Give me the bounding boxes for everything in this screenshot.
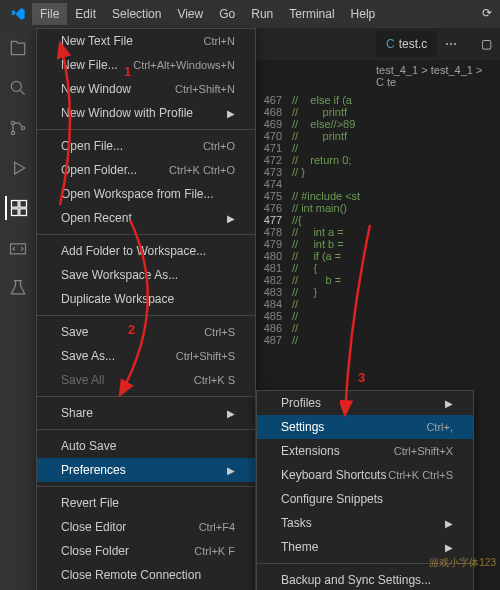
overflow-icon[interactable]: ⋯ <box>445 37 457 51</box>
remote-icon[interactable] <box>6 236 30 260</box>
vscode-logo-icon <box>10 6 26 22</box>
preferences-menu-item[interactable]: SettingsCtrl+, <box>257 415 473 439</box>
file-menu-item[interactable]: Close Remote Connection <box>37 563 255 587</box>
menu-file[interactable]: File <box>32 3 67 25</box>
preferences-menu-item[interactable]: Profiles▶ <box>257 391 473 415</box>
file-menu-item[interactable]: New File...Ctrl+Alt+Windows+N <box>37 53 255 77</box>
file-menu-item[interactable]: Duplicate Workspace <box>37 287 255 311</box>
menubar: File Edit Selection View Go Run Terminal… <box>0 0 500 28</box>
breadcrumb[interactable]: test_4_1 > test_4_1 > C te <box>256 60 500 92</box>
file-menu-item[interactable]: Share▶ <box>37 401 255 425</box>
svg-rect-5 <box>20 201 27 208</box>
extensions-icon[interactable] <box>5 196 29 220</box>
file-menu-item[interactable]: Save As...Ctrl+Shift+S <box>37 344 255 368</box>
search-icon[interactable] <box>6 76 30 100</box>
file-menu-dropdown: New Text FileCtrl+NNew File...Ctrl+Alt+W… <box>36 28 256 590</box>
editor-area: Ctest.c ⋯ ▢ test_4_1 > test_4_1 > C te 4… <box>256 28 500 348</box>
menu-help[interactable]: Help <box>343 3 384 25</box>
testing-icon[interactable] <box>6 276 30 300</box>
preferences-menu-item[interactable]: Configure Snippets <box>257 487 473 511</box>
file-menu-item[interactable]: Add Folder to Workspace... <box>37 239 255 263</box>
file-menu-item[interactable]: Close EditorCtrl+F4 <box>37 515 255 539</box>
svg-rect-4 <box>12 201 19 208</box>
file-menu-item[interactable]: Open Workspace from File... <box>37 182 255 206</box>
file-menu-item[interactable]: Save Workspace As... <box>37 263 255 287</box>
preferences-menu-item[interactable]: Tasks▶ <box>257 511 473 535</box>
file-menu-item: Save AllCtrl+K S <box>37 368 255 392</box>
menu-edit[interactable]: Edit <box>67 3 104 25</box>
file-menu-item[interactable]: Open Folder...Ctrl+K Ctrl+O <box>37 158 255 182</box>
annotation-1: 1 <box>124 64 131 79</box>
file-menu-item[interactable]: Preferences▶ <box>37 458 255 482</box>
editor-tabs: Ctest.c ⋯ ▢ <box>256 28 500 60</box>
menu-go[interactable]: Go <box>211 3 243 25</box>
file-menu-item[interactable]: Open Recent▶ <box>37 206 255 230</box>
menu-run[interactable]: Run <box>243 3 281 25</box>
file-menu-item[interactable]: New Window with Profile▶ <box>37 101 255 125</box>
file-menu-item[interactable]: Close FolderCtrl+K F <box>37 539 255 563</box>
annotation-3: 3 <box>358 370 365 385</box>
refresh-icon[interactable]: ⟳ <box>482 6 492 20</box>
svg-point-2 <box>11 131 14 134</box>
explorer-icon[interactable] <box>6 36 30 60</box>
file-menu-item[interactable]: New WindowCtrl+Shift+N <box>37 77 255 101</box>
title-actions: ⟳ <box>482 6 492 20</box>
file-menu-item[interactable]: SaveCtrl+S <box>37 320 255 344</box>
svg-rect-7 <box>20 209 27 216</box>
menu-selection[interactable]: Selection <box>104 3 169 25</box>
source-control-icon[interactable] <box>6 116 30 140</box>
activity-bar <box>0 28 36 590</box>
file-menu-item[interactable]: Open File...Ctrl+O <box>37 134 255 158</box>
debug-icon[interactable] <box>6 156 30 180</box>
watermark: 游戏小字体123 <box>429 556 496 570</box>
svg-point-1 <box>11 121 14 124</box>
file-menu-item[interactable]: Revert File <box>37 491 255 515</box>
svg-rect-6 <box>12 209 19 216</box>
code-editor[interactable]: 467// else if (a468// printf469// else//… <box>256 92 500 348</box>
svg-point-3 <box>21 126 24 129</box>
tab-test-c[interactable]: Ctest.c <box>376 31 437 57</box>
annotation-2: 2 <box>128 322 135 337</box>
menu-view[interactable]: View <box>169 3 211 25</box>
file-menu-item[interactable]: Auto Save <box>37 434 255 458</box>
svg-point-0 <box>11 81 21 91</box>
menu-terminal[interactable]: Terminal <box>281 3 342 25</box>
split-icon[interactable]: ▢ <box>481 37 492 51</box>
preferences-menu-item[interactable]: Backup and Sync Settings... <box>257 568 473 590</box>
preferences-menu-item[interactable]: Keyboard ShortcutsCtrl+K Ctrl+S <box>257 463 473 487</box>
file-menu-item[interactable]: New Text FileCtrl+N <box>37 29 255 53</box>
preferences-menu-item[interactable]: ExtensionsCtrl+Shift+X <box>257 439 473 463</box>
